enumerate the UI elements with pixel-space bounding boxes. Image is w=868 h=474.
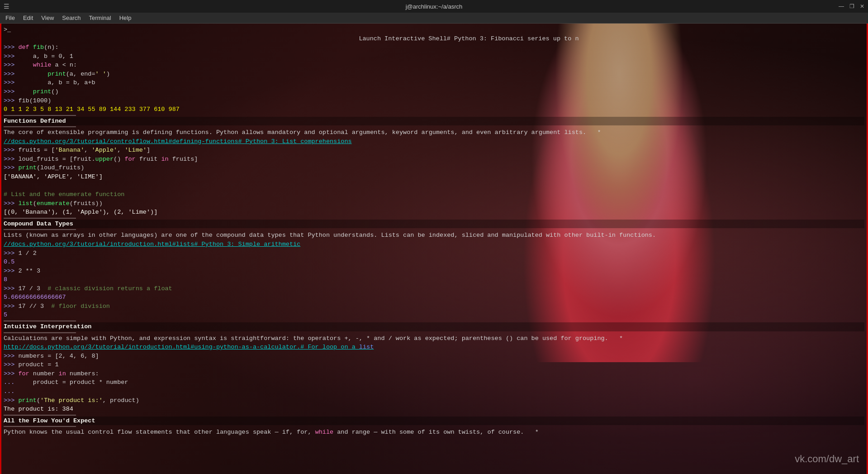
comment-enumerate: # List and the enumerate function [4, 190, 864, 199]
left-border [0, 24, 1, 474]
titlebar: ☰ j@archlinux:~/a/asrch — ❐ ✕ [0, 0, 868, 13]
section-compound: Compound Data Types [4, 220, 864, 229]
section-functions: Functions Defined [4, 117, 864, 126]
code-fruits-1: >>> fruits = ['Banana', 'Apple', 'Lime'] [4, 146, 864, 155]
hamburger-icon[interactable]: ☰ [4, 3, 9, 10]
output-arith-3: 5.666666666666667 [4, 293, 864, 302]
terminal-line-7: >>> a, b = b, a+b [4, 78, 864, 87]
menu-terminal[interactable]: Terminal [85, 14, 115, 22]
terminal-output-1: 0 1 1 2 3 5 8 13 21 34 55 89 144 233 377… [4, 105, 864, 114]
code-loop-4: ... product = product * number [4, 378, 864, 387]
code-fruits-2: >>> loud_fruits = [fruit.upper() for fru… [4, 155, 864, 164]
output-arith-2: 8 [4, 275, 864, 284]
code-enumerate: >>> list(enumerate(fruits)) [4, 199, 864, 208]
divider-5 [4, 321, 76, 321]
terminal-line-5: >>> while a < n: [4, 61, 864, 70]
terminal-content[interactable]: >_ Launch Interactive Shell# Python 3: F… [0, 24, 868, 474]
divider-3 [4, 218, 76, 219]
menubar: File Edit View Search Terminal Help [0, 13, 868, 24]
close-button[interactable]: ✕ [860, 3, 864, 10]
menu-edit[interactable]: Edit [19, 14, 37, 22]
terminal-line-2: Launch Interactive Shell# Python 3: Fibo… [4, 34, 864, 43]
maximize-button[interactable]: ❐ [849, 3, 854, 10]
section-intuitive: Intuitive Interpretation [4, 322, 864, 331]
link-3[interactable]: http://docs.python.org/3/tutorial/introd… [4, 343, 864, 352]
code-loop-1: >>> numbers = [2, 4, 6, 8] [4, 352, 864, 361]
output-product: The product is: 384 [4, 405, 864, 414]
output-enumerate: [(0, 'Banana'), (1, 'Apple'), (2, 'Lime'… [4, 208, 864, 217]
link-2[interactable]: //docs.python.org/3/tutorial/introductio… [4, 240, 864, 249]
code-arith-4: >>> 17 // 3 # floor division [4, 302, 864, 311]
minimize-button[interactable]: — [839, 3, 844, 10]
code-arith-3: >>> 17 / 3 # classic division returns a … [4, 284, 864, 293]
link-1[interactable]: //docs.python.org/3/tutorial/controlflow… [4, 137, 864, 146]
output-arith-4: 5 [4, 311, 864, 320]
menu-file[interactable]: File [2, 14, 19, 22]
terminal-line-3: >>> def fib(n): [4, 43, 864, 52]
code-arith-2: >>> 2 ** 3 [4, 267, 864, 276]
terminal-line-8: >>> print() [4, 87, 864, 96]
divider-1 [4, 115, 76, 116]
output-fruits: ['BANANA', 'APPLE', 'LIME'] [4, 172, 864, 182]
divider-2 [4, 126, 76, 127]
menu-help[interactable]: Help [116, 14, 135, 22]
terminal-line-9: >>> fib(1000) [4, 96, 864, 105]
divider-8 [4, 426, 76, 427]
desc-intuitive: Calculations are simple with Python, and… [4, 334, 864, 343]
output-arith-1: 0.5 [4, 258, 864, 267]
terminal-line-6: >>> print(a, end=' ') [4, 70, 864, 79]
window-title: j@archlinux:~/a/asrch [406, 3, 463, 10]
menu-view[interactable]: View [38, 14, 57, 22]
desc-flow: Python knows the usual control flow stat… [4, 428, 864, 437]
terminal-line-1: >_ [4, 25, 864, 34]
desc-functions: The core of extensible programming is de… [4, 128, 864, 137]
desc-compound: Lists (known as arrays in other language… [4, 231, 864, 240]
divider-7 [4, 415, 76, 416]
blank-1 [4, 182, 864, 191]
terminal-line-4: >>> a, b = 0, 1 [4, 52, 864, 61]
code-loop-6: >>> print('The product is:', product) [4, 396, 864, 405]
divider-4 [4, 229, 76, 230]
code-arith-1: >>> 1 / 2 [4, 249, 864, 258]
window-controls: — ❐ ✕ [839, 3, 864, 10]
code-loop-2: >>> product = 1 [4, 360, 864, 369]
divider-6 [4, 332, 76, 333]
section-flow: All the Flow You'd Expect [4, 417, 864, 426]
code-fruits-3: >>> print(loud_fruits) [4, 163, 864, 172]
menu-search[interactable]: Search [58, 14, 84, 22]
code-loop-5: ... [4, 387, 864, 396]
code-loop-3: >>> for number in numbers: [4, 369, 864, 378]
watermark: vk.com/dw_art [795, 453, 859, 465]
